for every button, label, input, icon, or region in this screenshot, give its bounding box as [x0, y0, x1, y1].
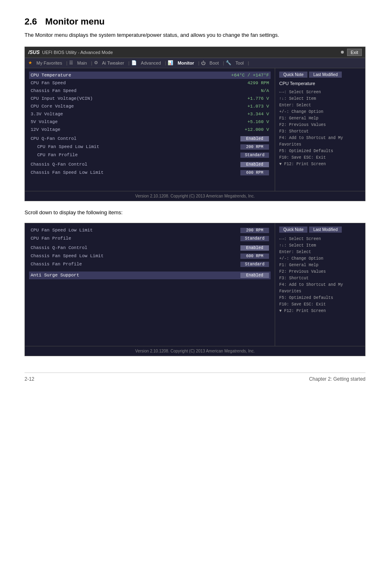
nav-tool-icon: 🔧	[226, 60, 231, 65]
bottom-bar: 2-12 Chapter 2: Getting started	[25, 373, 365, 382]
bios-body: CPU Temperature +64°C / +147°F CPU Fan S…	[25, 68, 365, 191]
section-number: 2.6	[25, 16, 37, 27]
row-label: Chassis Fan Speed Low Limit	[31, 170, 103, 175]
sidebar-item-monitor[interactable]: Monitor	[175, 60, 196, 66]
chassis-fan-profile-btn-2[interactable]: Standard	[240, 262, 269, 267]
cpu-fan-speed-low-limit-btn-2[interactable]: 200 RPM	[240, 228, 269, 233]
sidebar-item-favorites[interactable]: My Favorites	[34, 60, 65, 66]
chassis-qfan-control-btn[interactable]: Enabled	[240, 162, 269, 167]
keyboard-shortcuts: ←→: Select Screen ↑↓: Select Item Enter:…	[279, 89, 361, 168]
table-row: Chassis Q-Fan Control Enabled	[29, 161, 271, 168]
row-label: Chassis Fan Speed Low Limit	[31, 254, 103, 258]
bios-right-panel: Quick Note Last Modified CPU Temperature…	[275, 68, 365, 191]
row-label: Anti Surge Support	[31, 273, 79, 278]
table-row: CPU Temperature +64°C / +147°F	[29, 72, 271, 79]
sidebar-item-main[interactable]: Main	[75, 60, 90, 66]
row-value: +5.160 V	[247, 119, 269, 124]
row-value: +12.000 V	[245, 127, 269, 132]
table-row: 5V Voltage +5.160 V	[29, 118, 271, 126]
row-label: CPU Core Voltage	[31, 104, 74, 109]
row-label: 5V Voltage	[31, 119, 58, 124]
section-description: The Monitor menu displays the system tem…	[25, 31, 365, 39]
row-label: CPU Fan Speed	[31, 81, 66, 85]
table-row: Chassis Fan Speed Low Limit 600 RPM	[29, 169, 271, 177]
table-row: 12V Voltage +12.000 V	[29, 126, 271, 133]
nav-boot-icon: ⏻	[201, 61, 206, 65]
table-row: CPU Core Voltage +1.073 V	[29, 103, 271, 110]
row-label: 3.3V Voltage	[31, 112, 63, 117]
last-modified-button[interactable]: Last Modified	[309, 72, 341, 78]
row-value: +64°C / +147°F	[231, 73, 269, 78]
chassis-qfan-control-btn-2[interactable]: Enabled	[240, 245, 269, 251]
row-label: CPU Fan Speed Low Limit	[37, 144, 99, 149]
row-label: Chassis Fan Speed	[31, 88, 76, 93]
row-label: 12V Voltage	[31, 127, 61, 132]
table-row: CPU Fan Speed 4299 RPM	[29, 79, 271, 87]
keyboard-shortcuts-2: ←→: Select Screen ↑↓: Select Item Enter:…	[279, 236, 361, 314]
sidebar-item-boot[interactable]: Boot	[207, 60, 222, 66]
row-value: N/A	[261, 88, 269, 93]
nav-list-icon: ☰	[69, 60, 73, 65]
chassis-fan-speed-low-limit-btn-2[interactable]: 600 RPM	[240, 254, 269, 259]
bios-left-panel-2: CPU Fan Speed Low Limit 200 RPM CPU Fan …	[25, 223, 275, 346]
cpu-fan-profile-btn-2[interactable]: Standard	[240, 236, 269, 241]
scroll-note: Scroll down to display the following ite…	[25, 209, 365, 215]
section-title: Monitor menu	[45, 16, 105, 27]
bios-left-panel: CPU Temperature +64°C / +147°F CPU Fan S…	[25, 68, 275, 191]
row-label: CPU Fan Speed Low Limit	[31, 228, 93, 233]
last-modified-button-2[interactable]: Last Modified	[309, 227, 341, 233]
row-label: CPU Input Voltage(VCIN)	[31, 96, 93, 101]
bios-screenshot-2: CPU Fan Speed Low Limit 200 RPM CPU Fan …	[25, 223, 365, 356]
table-row: CPU Q-Fan Control Enabled	[29, 135, 271, 143]
page-number: 2-12	[25, 376, 34, 382]
exit-button[interactable]: Exit	[347, 49, 362, 56]
row-label: CPU Fan Profile	[31, 236, 71, 241]
bios-titlebar-left: /SUS UEFI BIOS Utility - Advanced Mode	[28, 49, 113, 55]
row-label: Chassis Fan Profile	[31, 262, 82, 267]
row-label: CPU Fan Profile	[37, 153, 78, 157]
row-label: Chassis Q-Fan Control	[31, 162, 87, 167]
sidebar-item-ai-tweaker[interactable]: Ai Tweaker	[100, 60, 127, 66]
bios-footer: Version 2.10.1208. Copyright (C) 2013 Am…	[25, 191, 365, 201]
quick-note-button-2[interactable]: Quick Note	[279, 227, 307, 233]
chassis-fan-speed-low-limit-btn[interactable]: 600 RPM	[240, 170, 269, 175]
nav-star-icon: ★	[28, 60, 32, 65]
row-label: CPU Temperature	[31, 73, 71, 78]
quick-note-button[interactable]: Quick Note	[279, 72, 307, 78]
sidebar-item-advanced[interactable]: Advanced	[139, 60, 164, 66]
table-row: Chassis Fan Speed Low Limit 600 RPM	[29, 252, 271, 260]
quick-note-bar: Quick Note Last Modified	[279, 72, 361, 78]
table-row: Chassis Fan Speed N/A	[29, 87, 271, 94]
bios-body-2: CPU Fan Speed Low Limit 200 RPM CPU Fan …	[25, 223, 365, 346]
power-icon: ⏺	[340, 49, 345, 55]
quick-note-bar-2: Quick Note Last Modified	[279, 227, 361, 233]
nav-ai-icon: ⚙	[94, 60, 98, 65]
right-panel-title: CPU Temperature	[279, 81, 361, 86]
table-row: CPU Fan Profile Standard	[29, 235, 271, 242]
bios-screenshot-1: /SUS UEFI BIOS Utility - Advanced Mode ⏺…	[25, 47, 365, 201]
bios-right-panel-2: Quick Note Last Modified ←→: Select Scre…	[275, 223, 365, 346]
chapter-label: Chapter 2: Getting started	[309, 376, 365, 382]
table-row: Anti Surge Support Enabled	[29, 272, 271, 279]
asus-logo: /SUS	[28, 49, 40, 55]
table-row: CPU Fan Profile Standard	[29, 151, 271, 159]
bios-title-text: UEFI BIOS Utility - Advanced Mode	[42, 50, 113, 55]
row-value: +3.344 V	[247, 112, 269, 117]
sidebar-item-tool[interactable]: Tool	[233, 60, 246, 66]
row-value: +1.073 V	[247, 104, 269, 109]
cpu-fan-profile-btn[interactable]: Standard	[240, 153, 269, 158]
row-value: +1.776 V	[247, 96, 269, 101]
cpu-fan-speed-low-limit-btn[interactable]: 200 RPM	[240, 144, 269, 150]
table-row: Chassis Fan Profile Standard	[29, 260, 271, 268]
bios-titlebar: /SUS UEFI BIOS Utility - Advanced Mode ⏺…	[25, 47, 365, 58]
table-row: CPU Input Voltage(VCIN) +1.776 V	[29, 95, 271, 102]
nav-advanced-icon: 📄	[131, 60, 137, 65]
bios-navbar: ★ My Favorites | ☰ Main | ⚙ Ai Tweaker |…	[25, 58, 365, 68]
anti-surge-support-btn[interactable]: Enabled	[240, 273, 269, 278]
row-label: CPU Q-Fan Control	[31, 136, 76, 141]
row-value: 4299 RPM	[247, 81, 269, 85]
table-row: Chassis Q-Fan Control Enabled	[29, 244, 271, 252]
cpu-qfan-control-btn[interactable]: Enabled	[240, 136, 269, 141]
table-row: 3.3V Voltage +3.344 V	[29, 110, 271, 118]
row-label: Chassis Q-Fan Control	[31, 245, 87, 250]
